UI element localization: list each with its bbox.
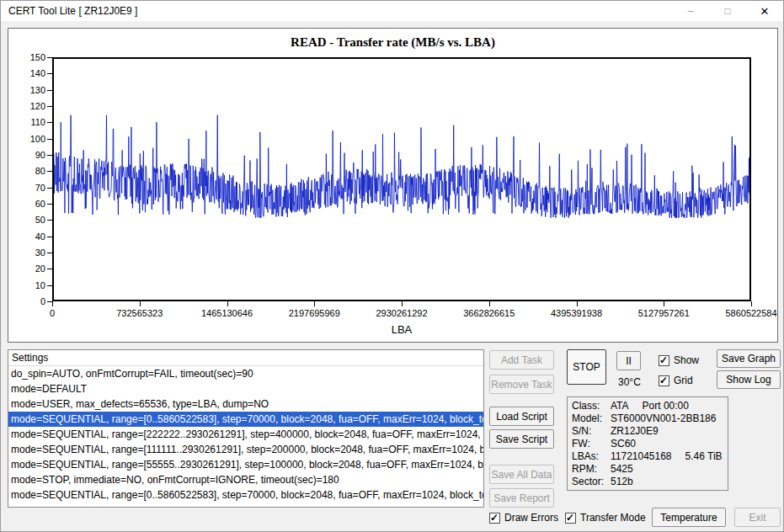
- y-tick-label: 60: [12, 198, 45, 210]
- settings-rows: do_spin=AUTO, onFmtCorrupt=FAIL, timeout…: [8, 366, 483, 503]
- checkbox-box: [659, 375, 669, 386]
- y-axis-tick: [47, 139, 52, 140]
- y-tick-label: 80: [12, 165, 45, 177]
- grid-checkbox[interactable]: Grid: [659, 375, 693, 386]
- close-icon[interactable]: ✕: [746, 1, 783, 21]
- save-script-button[interactable]: Save Script: [489, 429, 554, 449]
- pause-button[interactable]: II: [616, 351, 641, 370]
- transfer-mode-label: Transfer Mode: [580, 512, 646, 524]
- y-axis-tick: [47, 171, 52, 172]
- temperature-button[interactable]: Temperature: [652, 508, 726, 527]
- y-tick-label: 150: [12, 51, 45, 63]
- x-tick-label: 3662826615: [463, 308, 515, 318]
- checkbox-box: [489, 513, 500, 524]
- show-checkbox-label: Show: [674, 354, 699, 366]
- draw-errors-label: Draw Errors: [504, 512, 558, 524]
- y-axis-tick: [47, 188, 52, 189]
- x-tick-label: 5127957261: [638, 308, 690, 318]
- y-tick-label: 130: [12, 84, 45, 96]
- y-tick-label: 140: [12, 67, 45, 79]
- drive-info-row: FW:SC60: [572, 438, 723, 450]
- y-axis-tick: [47, 285, 52, 286]
- window-controls: – □ ✕: [672, 1, 783, 21]
- settings-row[interactable]: mode=USER, max_defects=65536, type=LBA, …: [8, 396, 483, 412]
- stop-button[interactable]: STOP: [567, 349, 606, 385]
- y-tick-label: 50: [12, 214, 45, 226]
- y-axis-tick: [47, 220, 52, 221]
- y-axis-tick: [47, 90, 52, 91]
- add-task-button[interactable]: Add Task: [489, 350, 554, 370]
- y-tick-label: 30: [12, 247, 45, 258]
- exit-button[interactable]: Exit: [734, 508, 781, 527]
- y-tick-label: 20: [12, 263, 45, 274]
- settings-row[interactable]: mode=SEQUENTIAL, range=[55555..293026129…: [8, 457, 483, 472]
- current-temperature: 30°C: [618, 376, 641, 388]
- settings-list: Settings do_spin=AUTO, onFmtCorrupt=FAIL…: [8, 349, 484, 508]
- y-axis-tick: [47, 155, 52, 156]
- save-report-button[interactable]: Save Report: [489, 488, 554, 508]
- y-axis-tick: [47, 237, 52, 237]
- checkbox-box: [565, 513, 576, 524]
- drive-info-row: Class:ATAPort 00:00: [572, 400, 723, 412]
- y-tick-label: 90: [12, 149, 45, 161]
- x-axis-tick: [489, 301, 490, 306]
- x-tick-label: 2930261292: [376, 308, 427, 318]
- y-axis-tick: [47, 269, 52, 269]
- y-axis-tick: [47, 57, 52, 58]
- x-axis-tick: [140, 301, 141, 306]
- show-checkbox[interactable]: Show: [659, 354, 699, 366]
- window-title: CERT Tool Lite [ ZR12J0E9 ]: [1, 5, 137, 17]
- x-axis-tick: [751, 301, 752, 306]
- y-axis-tick: [47, 106, 52, 107]
- app-window: CERT Tool Lite [ ZR12J0E9 ] – □ ✕ READ -…: [0, 0, 784, 532]
- title-bar: CERT Tool Lite [ ZR12J0E9 ] – □ ✕: [1, 1, 783, 21]
- maximize-icon[interactable]: □: [709, 1, 746, 21]
- x-axis-title: LBA: [52, 323, 751, 336]
- drive-info-row: Sector:512b: [572, 476, 723, 488]
- chart-title: READ - Transfer rate (MB/s vs. LBA): [8, 35, 777, 50]
- drive-info-row: RPM:5425: [572, 463, 723, 476]
- drive-info-row: LBAs:117210451685.46 TiB: [572, 450, 723, 463]
- load-script-button[interactable]: Load Script: [489, 407, 554, 426]
- settings-row[interactable]: mode=SEQUENTIAL, range=[111111..29302612…: [8, 442, 483, 457]
- settings-row[interactable]: mode=SEQUENTIAL, range=[0..5860522583], …: [8, 487, 483, 503]
- settings-row[interactable]: mode=SEQUENTIAL, range=[0..5860522583], …: [8, 412, 483, 427]
- save-graph-button[interactable]: Save Graph: [717, 349, 781, 368]
- x-tick-label: 1465130646: [201, 308, 253, 318]
- y-axis-tick: [47, 73, 52, 74]
- transfer-rate-chart: [54, 59, 749, 300]
- draw-errors-checkbox[interactable]: Draw Errors: [489, 512, 558, 524]
- x-axis-tick: [314, 301, 315, 306]
- x-tick-label: 5860522584: [725, 308, 776, 318]
- x-axis-tick: [402, 301, 403, 306]
- grid-checkbox-label: Grid: [674, 375, 693, 386]
- settings-row[interactable]: mode=STOP, immediate=NO, onFmtCorrupt=IG…: [8, 472, 483, 487]
- settings-row[interactable]: do_spin=AUTO, onFmtCorrupt=FAIL, timeout…: [8, 366, 483, 381]
- remove-task-button[interactable]: Remove Task: [489, 375, 554, 394]
- y-axis-tick: [47, 204, 52, 205]
- transfer-mode-checkbox[interactable]: Transfer Mode: [565, 512, 646, 524]
- x-tick-label: 4395391938: [551, 308, 602, 318]
- y-tick-label: 120: [12, 100, 45, 112]
- settings-row[interactable]: mode=DEFAULT: [8, 381, 483, 396]
- y-axis-tick: [47, 122, 52, 123]
- x-tick-label: 2197695969: [289, 308, 340, 318]
- minimize-icon[interactable]: –: [672, 1, 709, 21]
- y-tick-label: 0: [12, 295, 45, 307]
- checkbox-box: [659, 355, 669, 366]
- drive-info-row: S/N:ZR12J0E9: [572, 425, 723, 438]
- drive-info-panel: Class:ATAPort 00:00Model:ST6000VN001-2BB…: [567, 396, 728, 491]
- y-tick-label: 110: [12, 116, 45, 128]
- show-log-button[interactable]: Show Log: [717, 370, 781, 389]
- save-all-data-button[interactable]: Save All Data: [489, 465, 554, 484]
- x-axis-tick: [52, 301, 53, 306]
- settings-header: Settings: [8, 350, 483, 366]
- y-tick-label: 70: [12, 182, 45, 194]
- x-axis-tick: [227, 301, 228, 306]
- transfer-rate-line: [54, 115, 749, 218]
- chart-panel: READ - Transfer rate (MB/s vs. LBA) LBA …: [8, 28, 778, 343]
- y-axis-tick: [47, 253, 52, 253]
- x-tick-label: 732565323: [116, 308, 163, 318]
- x-axis-tick: [577, 301, 578, 306]
- settings-row[interactable]: mode=SEQUENTIAL, range=[222222..29302612…: [8, 427, 483, 442]
